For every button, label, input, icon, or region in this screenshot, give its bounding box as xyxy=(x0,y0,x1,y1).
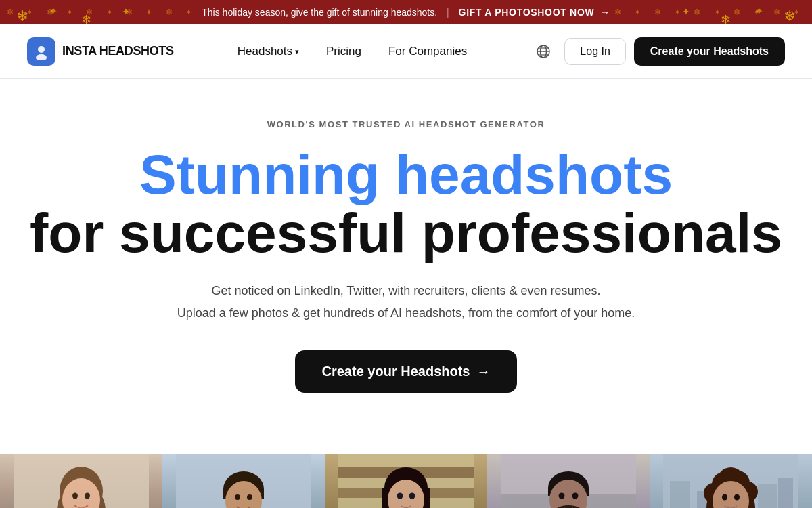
svg-rect-8 xyxy=(14,454,149,508)
svg-rect-58 xyxy=(758,484,777,508)
person-illustration-2 xyxy=(162,454,325,508)
svg-point-35 xyxy=(384,467,428,508)
banner-separator: | xyxy=(447,7,449,18)
chevron-down-icon: ▾ xyxy=(295,47,299,56)
svg-point-67 xyxy=(713,481,749,508)
logo-icon xyxy=(27,37,55,66)
svg-rect-47 xyxy=(548,488,589,496)
svg-point-68 xyxy=(722,494,727,500)
hero-title-line2: for successful professionals xyxy=(27,204,785,262)
photo-slot-5 xyxy=(650,454,812,508)
photos-row xyxy=(0,454,812,508)
person-illustration-4 xyxy=(487,454,650,508)
snowflake-icon: ❄ xyxy=(721,12,731,24)
svg-rect-31 xyxy=(338,454,474,508)
banner-text: This holiday season, give the gift of st… xyxy=(202,7,437,18)
banner-arrow-icon: → xyxy=(600,7,610,18)
navbar-cta-button[interactable]: Create your Headshots xyxy=(634,37,785,66)
star-icon: ✦ xyxy=(682,6,690,17)
star-icon: ✦ xyxy=(49,5,58,18)
svg-point-69 xyxy=(734,494,740,500)
svg-point-40 xyxy=(409,492,415,499)
svg-point-61 xyxy=(725,471,750,495)
hero-cta-label: Create your Headshots xyxy=(322,364,470,379)
gift-photoshoot-link[interactable]: GIFT A PHOTOSHOOT NOW → xyxy=(459,7,610,18)
svg-point-14 xyxy=(72,492,78,499)
photo-slot-4 xyxy=(487,454,650,508)
nav-links: Headshots ▾ Pricing For Companies xyxy=(227,39,478,64)
navbar: INSTA HEADSHOTS Headshots ▾ Pricing For … xyxy=(0,24,812,79)
star-icon: ✦ xyxy=(122,6,130,17)
svg-point-66 xyxy=(736,491,755,508)
svg-point-13 xyxy=(62,478,100,508)
svg-rect-55 xyxy=(663,454,798,508)
svg-point-49 xyxy=(552,505,585,508)
svg-point-64 xyxy=(717,467,744,494)
globe-icon xyxy=(536,44,551,59)
hero-description-line2: Upload a few photos & get hundreds of AI… xyxy=(27,303,785,323)
svg-point-23 xyxy=(225,481,262,508)
svg-rect-44 xyxy=(501,454,636,508)
snowflake-icon: ❄ xyxy=(16,7,28,24)
svg-point-1 xyxy=(38,46,45,53)
svg-point-60 xyxy=(712,472,736,496)
svg-rect-33 xyxy=(338,488,474,498)
svg-point-50 xyxy=(559,492,565,499)
svg-point-38 xyxy=(388,480,424,508)
svg-point-39 xyxy=(397,492,403,499)
svg-point-25 xyxy=(247,494,252,500)
svg-point-63 xyxy=(738,482,758,502)
svg-rect-22 xyxy=(223,489,264,499)
snowflake-icon: ❄ xyxy=(784,7,796,24)
svg-point-46 xyxy=(548,471,589,504)
hero-cta-button[interactable]: Create your Headshots → xyxy=(295,350,518,393)
hero-section: WORLD'S MOST TRUSTED AI HEADSHOT GENERAT… xyxy=(0,79,812,420)
person-illustration-1 xyxy=(0,454,162,508)
svg-point-62 xyxy=(704,483,724,503)
hero-subtitle: WORLD'S MOST TRUSTED AI HEADSHOT GENERAT… xyxy=(27,119,785,129)
hero-description-line1: Get noticed on LinkedIn, Twitter, with r… xyxy=(27,281,785,301)
nav-item-for-companies[interactable]: For Companies xyxy=(378,39,478,64)
photo-slot-2 xyxy=(162,454,325,508)
logo-link[interactable]: INSTA HEADSHOTS xyxy=(27,37,174,66)
nav-item-pricing[interactable]: Pricing xyxy=(315,39,372,64)
svg-point-48 xyxy=(549,480,587,508)
hero-title-line1: Stunning headshots xyxy=(27,146,785,204)
login-button[interactable]: Log In xyxy=(564,38,625,65)
star-icon: ✦ xyxy=(754,5,763,18)
svg-rect-59 xyxy=(778,478,793,508)
svg-rect-45 xyxy=(501,494,636,508)
hero-description: Get noticed on LinkedIn, Twitter, with r… xyxy=(27,281,785,323)
svg-rect-57 xyxy=(697,491,714,508)
svg-rect-32 xyxy=(338,467,474,478)
svg-point-11 xyxy=(57,491,78,508)
svg-point-51 xyxy=(572,492,579,499)
nav-actions: Log In Create your Headshots xyxy=(531,37,785,66)
language-selector-button[interactable] xyxy=(531,39,556,64)
logo-text: INSTA HEADSHOTS xyxy=(62,44,174,58)
person-illustration-5 xyxy=(650,454,812,508)
svg-point-15 xyxy=(85,492,90,499)
svg-point-10 xyxy=(60,467,103,508)
person-illustration-3 xyxy=(325,454,487,508)
photo-slot-1 xyxy=(0,454,162,508)
photo-slot-3 xyxy=(325,454,487,508)
svg-rect-19 xyxy=(176,454,311,508)
svg-rect-56 xyxy=(670,481,690,508)
snowflake-icon: ❄ xyxy=(81,12,91,24)
svg-rect-37 xyxy=(416,488,430,508)
svg-point-21 xyxy=(223,471,264,507)
svg-point-12 xyxy=(84,491,106,508)
svg-point-24 xyxy=(235,494,240,500)
holiday-banner: ❄ ✦ ❄ ✦ ❄ ✦ ❄ ✦ This holiday season, giv… xyxy=(0,0,812,24)
hero-title: Stunning headshots for successful profes… xyxy=(27,146,785,262)
hero-cta-arrow-icon: → xyxy=(476,364,490,379)
svg-point-65 xyxy=(706,491,725,508)
svg-rect-36 xyxy=(382,488,396,508)
nav-item-headshots[interactable]: Headshots ▾ xyxy=(227,39,310,64)
